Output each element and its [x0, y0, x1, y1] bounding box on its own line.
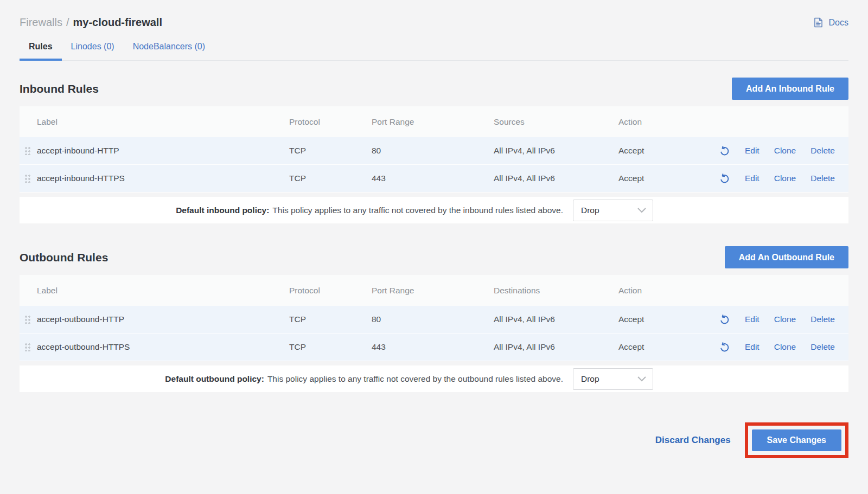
- column-header-protocol: Protocol: [289, 117, 372, 127]
- footer-actions: Discard Changes Save Changes: [20, 422, 848, 458]
- rule-row: accept-outbound-HTTPS TCP 443 All IPv4, …: [20, 333, 848, 361]
- undo-icon[interactable]: [719, 173, 730, 184]
- cell-action: Accept: [618, 315, 700, 324]
- edit-link[interactable]: Edit: [745, 342, 760, 352]
- column-header-protocol: Protocol: [289, 286, 372, 296]
- row-actions: Edit Clone Delete: [700, 173, 848, 184]
- column-header-action: Action: [618, 117, 700, 127]
- clone-link[interactable]: Clone: [774, 174, 796, 183]
- annotation-highlight: Save Changes: [745, 422, 848, 458]
- page: Firewalls / my-cloud-firewall Docs Rules…: [0, 0, 868, 458]
- clone-link[interactable]: Clone: [774, 342, 796, 352]
- inbound-section-header: Inbound Rules Add An Inbound Rule: [20, 78, 848, 100]
- selected-policy-value: Drop: [581, 374, 599, 384]
- cell-port-range: 443: [372, 174, 494, 183]
- policy-label: Default outbound policy:: [165, 374, 264, 384]
- discard-changes-link[interactable]: Discard Changes: [655, 435, 731, 446]
- delete-link[interactable]: Delete: [810, 342, 835, 352]
- default-outbound-policy-row: Default outbound policy: This policy app…: [20, 365, 848, 392]
- delete-link[interactable]: Delete: [810, 146, 835, 156]
- column-header-port-range: Port Range: [372, 286, 494, 296]
- rule-row: accept-inbound-HTTPS TCP 443 All IPv4, A…: [20, 165, 848, 193]
- rule-row: accept-inbound-HTTP TCP 80 All IPv4, All…: [20, 137, 848, 165]
- outbound-rules-section: Outbound Rules Add An Outbound Rule Labe…: [20, 246, 848, 392]
- cell-destinations: All IPv4, All IPv6: [494, 342, 618, 352]
- cell-action: Accept: [618, 342, 700, 352]
- policy-description: This policy applies to any traffic not c…: [267, 374, 563, 384]
- cell-sources: All IPv4, All IPv6: [494, 174, 618, 183]
- cell-port-range: 80: [372, 315, 494, 324]
- undo-icon[interactable]: [719, 342, 730, 353]
- undo-icon[interactable]: [719, 314, 730, 325]
- add-inbound-rule-button[interactable]: Add An Inbound Rule: [732, 78, 848, 100]
- row-actions: Edit Clone Delete: [700, 314, 848, 325]
- breadcrumb-firewalls-link[interactable]: Firewalls: [20, 16, 62, 29]
- column-header-sources: Sources: [494, 117, 618, 127]
- document-icon: [813, 17, 824, 28]
- column-header-destinations: Destinations: [494, 286, 618, 296]
- chevron-down-icon: [637, 376, 646, 382]
- cell-protocol: TCP: [289, 174, 372, 183]
- inbound-rules-table: Label Protocol Port Range Sources Action…: [20, 106, 848, 223]
- edit-link[interactable]: Edit: [745, 146, 760, 156]
- cell-action: Accept: [618, 174, 700, 183]
- policy-label: Default inbound policy:: [176, 206, 269, 215]
- chevron-down-icon: [637, 208, 646, 213]
- clone-link[interactable]: Clone: [774, 146, 796, 156]
- cell-action: Accept: [618, 146, 700, 156]
- tab-rules[interactable]: Rules: [20, 42, 62, 61]
- drag-handle-icon[interactable]: [24, 174, 31, 183]
- page-title: my-cloud-firewall: [73, 16, 162, 29]
- docs-label: Docs: [829, 18, 848, 28]
- default-outbound-policy-select[interactable]: Drop: [573, 368, 653, 390]
- tab-nodebalancers[interactable]: NodeBalancers (0): [124, 42, 214, 61]
- drag-handle-icon[interactable]: [24, 315, 31, 324]
- undo-icon[interactable]: [719, 145, 730, 157]
- drag-handle-icon[interactable]: [24, 343, 31, 351]
- cell-label: accept-inbound-HTTP: [37, 146, 289, 156]
- outbound-section-header: Outbound Rules Add An Outbound Rule: [20, 246, 848, 268]
- tab-bar: Rules Linodes (0) NodeBalancers (0): [20, 42, 848, 61]
- cell-protocol: TCP: [289, 146, 372, 156]
- policy-description: This policy applies to any traffic not c…: [272, 206, 563, 215]
- column-header-label: Label: [37, 286, 289, 296]
- selected-policy-value: Drop: [581, 206, 599, 215]
- add-outbound-rule-button[interactable]: Add An Outbound Rule: [725, 246, 848, 268]
- cell-sources: All IPv4, All IPv6: [494, 146, 618, 156]
- tab-linodes[interactable]: Linodes (0): [62, 42, 124, 61]
- drag-handle-icon[interactable]: [24, 146, 31, 155]
- cell-label: accept-outbound-HTTP: [37, 315, 289, 324]
- breadcrumb-separator: /: [66, 16, 69, 29]
- rule-row: accept-outbound-HTTP TCP 80 All IPv4, Al…: [20, 306, 848, 333]
- default-inbound-policy-row: Default inbound policy: This policy appl…: [20, 197, 848, 223]
- cell-port-range: 443: [372, 342, 494, 352]
- outbound-table-header-row: Label Protocol Port Range Destinations A…: [20, 275, 848, 306]
- row-actions: Edit Clone Delete: [700, 342, 848, 353]
- save-changes-button[interactable]: Save Changes: [752, 429, 841, 451]
- cell-port-range: 80: [372, 146, 494, 156]
- delete-link[interactable]: Delete: [810, 174, 835, 183]
- cell-protocol: TCP: [289, 342, 372, 352]
- outbound-rules-title: Outbound Rules: [20, 251, 108, 264]
- edit-link[interactable]: Edit: [745, 315, 760, 324]
- column-header-port-range: Port Range: [372, 117, 494, 127]
- row-actions: Edit Clone Delete: [700, 145, 848, 157]
- cell-destinations: All IPv4, All IPv6: [494, 315, 618, 324]
- cell-protocol: TCP: [289, 315, 372, 324]
- column-header-action: Action: [618, 286, 700, 296]
- inbound-rules-section: Inbound Rules Add An Inbound Rule Label …: [20, 78, 848, 223]
- outbound-rules-table: Label Protocol Port Range Destinations A…: [20, 275, 848, 392]
- inbound-rules-title: Inbound Rules: [20, 82, 99, 95]
- breadcrumb: Firewalls / my-cloud-firewall: [20, 16, 162, 29]
- cell-label: accept-outbound-HTTPS: [37, 342, 289, 352]
- page-header: Firewalls / my-cloud-firewall Docs: [20, 16, 848, 29]
- inbound-table-header-row: Label Protocol Port Range Sources Action: [20, 106, 848, 137]
- docs-link[interactable]: Docs: [813, 17, 848, 28]
- edit-link[interactable]: Edit: [745, 174, 760, 183]
- cell-label: accept-inbound-HTTPS: [37, 174, 289, 183]
- default-inbound-policy-select[interactable]: Drop: [573, 200, 653, 221]
- clone-link[interactable]: Clone: [774, 315, 796, 324]
- delete-link[interactable]: Delete: [810, 315, 835, 324]
- column-header-label: Label: [37, 117, 289, 127]
